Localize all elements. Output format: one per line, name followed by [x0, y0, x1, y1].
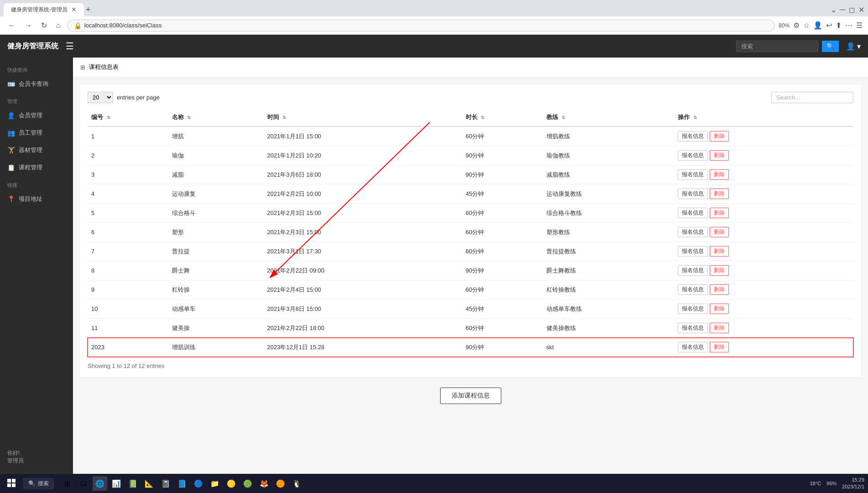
new-tab-button[interactable]: +	[86, 5, 91, 15]
menu-icon[interactable]: ☰	[856, 21, 863, 30]
info-button[interactable]: 报名信息	[678, 304, 708, 314]
taskbar-icon-widgets[interactable]: 🗂	[76, 476, 91, 491]
back-button[interactable]: ←	[5, 20, 18, 31]
info-button[interactable]: 报名信息	[678, 265, 708, 276]
taskbar-icon-folder[interactable]: 📁	[208, 476, 222, 491]
table-row: 10动感单车2021年3月8日 15:0045分钟动感单车教练报名信息删除	[88, 299, 853, 319]
taskbar-icon-excel[interactable]: 📗	[125, 476, 140, 491]
taskbar-icon-misc3[interactable]: 🦊	[257, 476, 271, 491]
info-button[interactable]: 报名信息	[678, 131, 708, 142]
delete-button[interactable]: 删除	[710, 169, 729, 180]
hamburger-button[interactable]: ☰	[66, 41, 74, 52]
info-button[interactable]: 报名信息	[678, 169, 708, 180]
zoom-level[interactable]: 80%	[779, 22, 790, 29]
delete-button[interactable]: 删除	[710, 246, 729, 257]
delete-button[interactable]: 删除	[710, 131, 729, 142]
info-button[interactable]: 报名信息	[678, 227, 708, 237]
minimize-button[interactable]: ─	[840, 5, 845, 14]
sort-icon-coach: ⇅	[561, 115, 565, 120]
delete-button[interactable]: 删除	[710, 208, 729, 218]
entries-per-page-select[interactable]: 10 20 50 100	[88, 92, 113, 103]
info-button[interactable]: 报名信息	[678, 342, 708, 352]
cell-time: 2021年3月1日 17:30	[264, 242, 462, 261]
forward-button[interactable]: →	[22, 20, 35, 31]
tab-close-button[interactable]: ✕	[71, 6, 77, 13]
cell-name: 瑜伽	[168, 146, 264, 165]
cell-id: 9	[88, 280, 168, 299]
col-duration[interactable]: 时长 ⇅	[462, 109, 543, 126]
taskbar-icon-visio[interactable]: 📐	[142, 476, 156, 491]
taskbar-icon-misc2[interactable]: 🟢	[240, 476, 255, 491]
col-id[interactable]: 编号 ⇅	[88, 109, 168, 126]
restore-button[interactable]: ◻	[849, 5, 855, 14]
active-tab[interactable]: 健身房管理系统-管理员 ✕	[4, 3, 84, 16]
info-button[interactable]: 报名信息	[678, 323, 708, 333]
cell-action: 报名信息删除	[674, 126, 853, 146]
delete-button[interactable]: 删除	[710, 342, 729, 352]
cell-coach: 减脂教练	[543, 165, 675, 184]
add-btn-area: 添加课程信息	[80, 388, 861, 413]
taskbar-search[interactable]: 🔍 搜索	[23, 478, 54, 489]
taskbar-icon-misc1[interactable]: 🟡	[224, 476, 239, 491]
home-button[interactable]: ⌂	[53, 20, 63, 31]
table-search-input[interactable]	[771, 92, 853, 103]
share-icon[interactable]: ⬆	[836, 21, 842, 30]
user-menu-button[interactable]: 👤 ▾	[846, 42, 861, 51]
add-course-button[interactable]: 添加课程信息	[440, 388, 501, 404]
header-search-input[interactable]	[736, 41, 818, 52]
url-bar[interactable]: 🔒 localhost:8080/class/selClass	[67, 20, 775, 31]
taskbar-icon-view[interactable]: ⊞	[60, 476, 74, 491]
sidebar-item-membercard[interactable]: 🪪 会员卡查询	[0, 75, 73, 93]
sidebar-item-course[interactable]: 📋 课程管理	[0, 159, 73, 176]
taskbar-icon-word[interactable]: 📘	[175, 476, 189, 491]
close-window-button[interactable]: ✕	[858, 5, 864, 14]
start-button[interactable]	[4, 477, 19, 490]
taskbar-icon-browser[interactable]: 🌐	[93, 476, 107, 491]
undo-icon[interactable]: ↩	[826, 21, 832, 30]
account-icon[interactable]: 👤	[813, 21, 822, 30]
taskbar-icon-edge[interactable]: 🔵	[191, 476, 206, 491]
star-icon[interactable]: ☆	[803, 21, 810, 30]
sidebar-item-staff[interactable]: 👥 员工管理	[0, 124, 73, 142]
refresh-button[interactable]: ↻	[38, 19, 50, 31]
cell-action: 报名信息删除	[674, 280, 853, 299]
delete-button[interactable]: 删除	[710, 284, 729, 295]
delete-button[interactable]: 删除	[710, 323, 729, 333]
sidebar-section-manage: 管理	[0, 93, 73, 107]
sidebar-item-project[interactable]: 📍 项目地址	[0, 190, 73, 208]
tab-extras-chevron[interactable]: ⌄	[831, 5, 837, 14]
cell-name: 杠铃操	[168, 280, 264, 299]
taskbar-icon-misc5[interactable]: 🐧	[290, 476, 304, 491]
info-button[interactable]: 报名信息	[678, 189, 708, 199]
taskbar-right: 18°C 96% 15:29 2023/12/1	[810, 477, 864, 491]
delete-button[interactable]: 删除	[710, 227, 729, 237]
info-button[interactable]: 报名信息	[678, 246, 708, 257]
taskbar-icon-ppt[interactable]: 📊	[109, 476, 124, 491]
col-time[interactable]: 时间 ⇅	[264, 109, 462, 126]
extensions-icon[interactable]: ⚙	[793, 21, 800, 30]
taskbar-icon-misc4[interactable]: 🟠	[273, 476, 288, 491]
cell-coach: 塑形教练	[543, 223, 675, 242]
table-header: 编号 ⇅ 名称 ⇅ 时间 ⇅ 时长 ⇅ 教练 ⇅ 操作 ⇅	[88, 109, 853, 126]
header-search-button[interactable]: 🔍	[822, 41, 839, 52]
sidebar-item-equipment[interactable]: 🏋 器材管理	[0, 142, 73, 159]
table-row: 5综合格斗2021年2月3日 15:0060分钟综合格斗教练报名信息删除	[88, 204, 853, 223]
taskbar-icon-onenote[interactable]: 📓	[158, 476, 173, 491]
info-button[interactable]: 报名信息	[678, 208, 708, 218]
table-row: 4运动康复2021年2月2日 10:0045分钟运动康复教练报名信息删除	[88, 184, 853, 204]
col-coach[interactable]: 教练 ⇅	[543, 109, 675, 126]
sort-icon-duration: ⇅	[481, 115, 484, 120]
info-button[interactable]: 报名信息	[678, 284, 708, 295]
delete-button[interactable]: 删除	[710, 150, 729, 161]
delete-button[interactable]: 删除	[710, 189, 729, 199]
sidebar-item-member[interactable]: 👤 会员管理	[0, 107, 73, 124]
info-button[interactable]: 报名信息	[678, 150, 708, 161]
col-name[interactable]: 名称 ⇅	[168, 109, 264, 126]
cell-duration: 90分钟	[462, 165, 543, 184]
cell-name: 运动康复	[168, 184, 264, 204]
taskbar-search-icon: 🔍	[28, 480, 35, 487]
delete-button[interactable]: 删除	[710, 265, 729, 276]
cell-duration: 60分钟	[462, 126, 543, 146]
more-icon[interactable]: ⋯	[845, 21, 852, 30]
delete-button[interactable]: 删除	[710, 304, 729, 314]
